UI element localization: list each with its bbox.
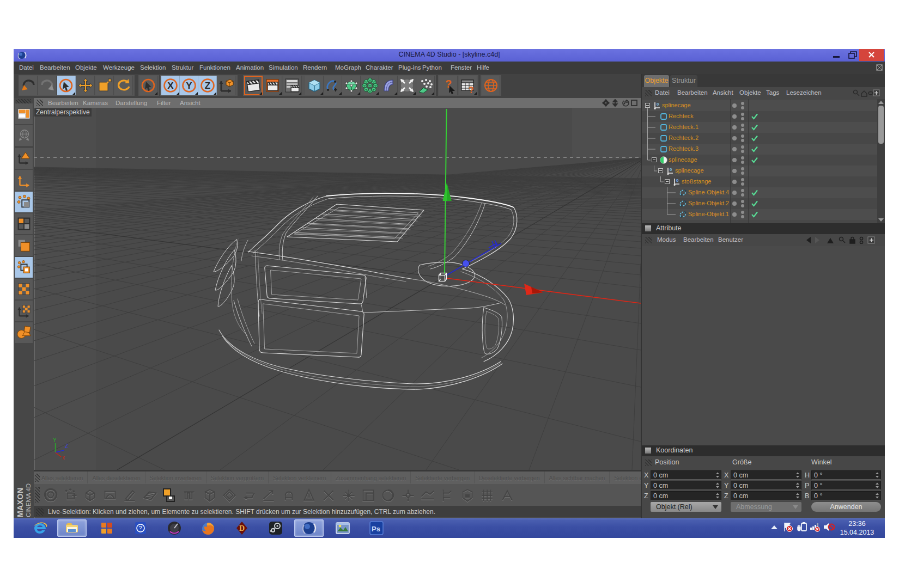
svg-text:Y: Y bbox=[53, 437, 57, 443]
svg-text:X: X bbox=[167, 81, 174, 91]
svg-text:?: ? bbox=[139, 525, 142, 531]
svg-text:MAXON: MAXON bbox=[16, 487, 25, 517]
svg-text:?: ? bbox=[469, 85, 474, 94]
svg-text:Y: Y bbox=[186, 81, 192, 91]
svg-text:Z: Z bbox=[205, 81, 210, 91]
svg-text:CINEMA 4D: CINEMA 4D bbox=[25, 483, 32, 517]
svg-text:x: x bbox=[62, 455, 65, 461]
svg-text:Ps: Ps bbox=[372, 525, 380, 533]
svg-text:Z: Z bbox=[65, 443, 68, 449]
svg-text:D: D bbox=[239, 524, 245, 532]
